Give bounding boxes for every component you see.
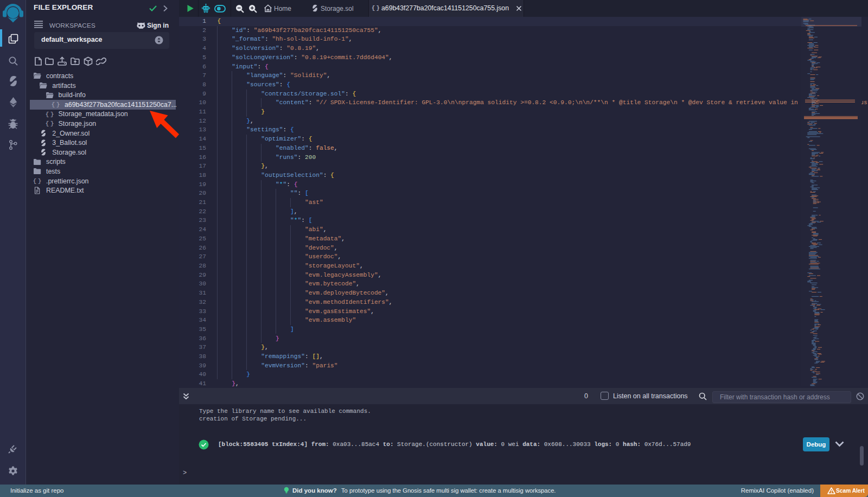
svg-text:{ }: { } (52, 102, 60, 109)
svg-text:{ }: { } (33, 178, 41, 184)
svg-text:{ }: { } (46, 111, 54, 118)
svg-text:{ }: { } (46, 121, 54, 128)
